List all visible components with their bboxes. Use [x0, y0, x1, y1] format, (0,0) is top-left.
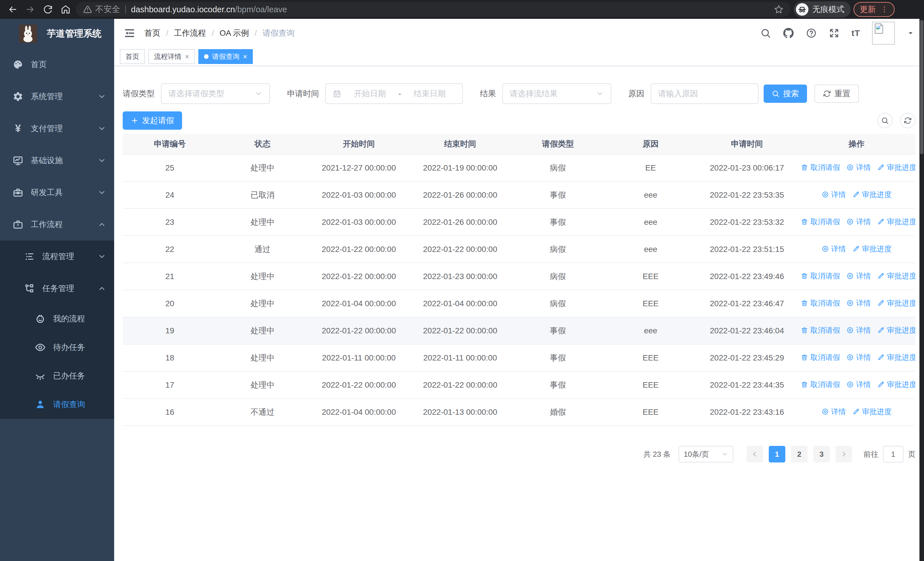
action-progress[interactable]: 审批进度 — [877, 352, 915, 362]
action-progress[interactable]: 审批进度 — [877, 271, 915, 281]
page-button-1[interactable]: 1 — [769, 446, 785, 462]
view-icon — [846, 299, 854, 307]
action-progress[interactable]: 审批进度 — [877, 217, 915, 227]
sidebar-item-payment-management[interactable]: ¥支付管理 — [0, 113, 114, 144]
table-row: 24已取消2022-01-03 00:00:002022-01-26 00:00… — [123, 181, 915, 209]
action-progress[interactable]: 审批进度 — [877, 298, 915, 308]
action-cancel-leave[interactable]: 取消请假 — [801, 217, 840, 227]
search-button[interactable]: 搜索 — [764, 84, 807, 103]
page-button-2[interactable]: 2 — [791, 446, 808, 462]
cell-end: 2022-01-23 00:00:00 — [410, 263, 511, 290]
breadcrumb-item[interactable]: OA 示例 — [220, 28, 249, 39]
browser-scrollbar[interactable] — [920, 19, 924, 561]
avatar-caret-icon[interactable] — [907, 29, 914, 37]
action-progress[interactable]: 审批进度 — [877, 325, 915, 335]
sidebar-item-process-management[interactable]: 流程管理 — [0, 241, 114, 272]
action-cancel-leave[interactable]: 取消请假 — [801, 298, 840, 308]
cell-type: 事假 — [511, 317, 605, 344]
action-cancel-leave[interactable]: 取消请假 — [801, 271, 840, 281]
breadcrumb-item[interactable]: 工作流程 — [174, 28, 206, 39]
chevron-down-icon — [98, 124, 106, 133]
tab-process-detail[interactable]: 流程详情× — [148, 49, 195, 64]
view-icon — [846, 218, 854, 226]
result-select[interactable]: 请选择流结果 — [502, 83, 611, 104]
sidebar-item-done-tasks[interactable]: 已办任务 — [0, 362, 114, 390]
browser-update-button[interactable]: 更新 — [854, 2, 895, 17]
create-leave-button[interactable]: 发起请假 — [123, 111, 182, 130]
sidebar-item-my-process[interactable]: 我的流程 — [0, 304, 114, 333]
action-label: 取消请假 — [810, 325, 840, 335]
action-detail[interactable]: 详情 — [846, 325, 871, 335]
scrollbar-thumb[interactable] — [920, 20, 923, 154]
tab-home[interactable]: 首页 — [120, 49, 145, 64]
tab-leave-query[interactable]: 请假查询× — [198, 49, 253, 64]
flow-icon — [24, 283, 35, 294]
sidebar-item-task-management[interactable]: 任务管理 — [0, 272, 114, 304]
sidebar-item-infrastructure[interactable]: 基础设施 — [0, 144, 114, 176]
browser-menu-icon[interactable] — [880, 5, 888, 14]
back-icon — [8, 5, 17, 14]
action-detail[interactable]: 详情 — [846, 380, 871, 390]
action-detail[interactable]: 详情 — [846, 298, 871, 308]
tab-close-icon[interactable]: × — [185, 53, 189, 60]
browser-back-button[interactable] — [5, 2, 20, 17]
address-bar[interactable]: 不安全 dashboard.yudao.iocoder.cn/bpm/oa/le… — [76, 2, 791, 17]
help-icon[interactable] — [806, 28, 817, 39]
browser-home-button[interactable] — [58, 2, 73, 17]
action-label: 审批进度 — [887, 217, 915, 227]
apply-time-range-picker[interactable]: 开始日期 - 结束日期 — [325, 83, 463, 104]
action-detail[interactable]: 详情 — [846, 271, 871, 281]
column-header: 状态 — [217, 134, 308, 154]
bookmark-star-icon[interactable] — [774, 5, 783, 14]
page-size-select[interactable]: 10条/页 — [679, 446, 734, 462]
next-page-button[interactable] — [836, 446, 852, 462]
edit-icon — [877, 164, 885, 171]
sidebar-item-workflow[interactable]: 工作流程 — [0, 209, 114, 241]
leave-type-select[interactable]: 请选择请假类型 — [161, 83, 270, 104]
action-progress[interactable]: 审批进度 — [852, 190, 892, 200]
sidebar-item-leave-query[interactable]: 请假查询 — [0, 390, 114, 419]
sidebar-collapse-button[interactable] — [124, 27, 135, 39]
action-cancel-leave[interactable]: 取消请假 — [801, 380, 840, 390]
goto-page-input[interactable] — [883, 446, 903, 462]
reset-button[interactable]: 重置 — [814, 84, 859, 103]
action-cancel-leave[interactable]: 取消请假 — [801, 352, 840, 362]
cell-start: 2022-01-04 00:00:00 — [308, 399, 410, 426]
action-cancel-leave[interactable]: 取消请假 — [801, 325, 840, 335]
avatar[interactable] — [872, 22, 895, 45]
breadcrumb-item[interactable]: 首页 — [144, 28, 160, 39]
toggle-search-button[interactable] — [877, 113, 892, 128]
action-cancel-leave[interactable]: 取消请假 — [801, 162, 840, 173]
page-button-3[interactable]: 3 — [813, 446, 830, 462]
action-detail[interactable]: 详情 — [822, 407, 846, 417]
action-detail[interactable]: 详情 — [822, 244, 846, 254]
sidebar-item-home[interactable]: 首页 — [0, 48, 114, 81]
action-detail[interactable]: 详情 — [846, 352, 871, 362]
action-progress[interactable]: 审批进度 — [877, 380, 915, 390]
refresh-table-button[interactable] — [900, 113, 915, 128]
browser-reload-button[interactable] — [40, 2, 56, 17]
sidebar-item-system-management[interactable]: 系统管理 — [0, 81, 114, 113]
browser-forward-button[interactable] — [23, 2, 38, 17]
prev-page-button[interactable] — [747, 446, 763, 462]
action-detail[interactable]: 详情 — [822, 190, 846, 200]
reason-input[interactable] — [658, 89, 751, 98]
action-progress[interactable]: 审批进度 — [852, 407, 892, 417]
sidebar-item-label: 首页 — [31, 59, 47, 70]
cell-type: 病假 — [511, 290, 605, 317]
github-icon[interactable] — [783, 28, 794, 39]
tab-close-icon[interactable]: × — [243, 53, 247, 60]
sidebar-item-label: 已办任务 — [53, 370, 85, 381]
sidebar-item-dev-tools[interactable]: 研发工具 — [0, 176, 114, 209]
action-progress[interactable]: 审批进度 — [852, 244, 892, 254]
action-detail[interactable]: 详情 — [846, 162, 871, 173]
plus-icon — [131, 117, 139, 125]
header-search-icon[interactable] — [760, 28, 771, 39]
font-size-icon[interactable]: tT — [852, 28, 860, 38]
pagination: 共 23 条 10条/页 123 前往 页 — [123, 446, 915, 462]
sidebar-logo[interactable]: 芋道管理系统 — [0, 19, 114, 48]
action-progress[interactable]: 审批进度 — [877, 162, 915, 173]
sidebar-item-todo-tasks[interactable]: 待办任务 — [0, 333, 114, 362]
action-detail[interactable]: 详情 — [846, 217, 871, 227]
fullscreen-icon[interactable] — [829, 28, 840, 39]
